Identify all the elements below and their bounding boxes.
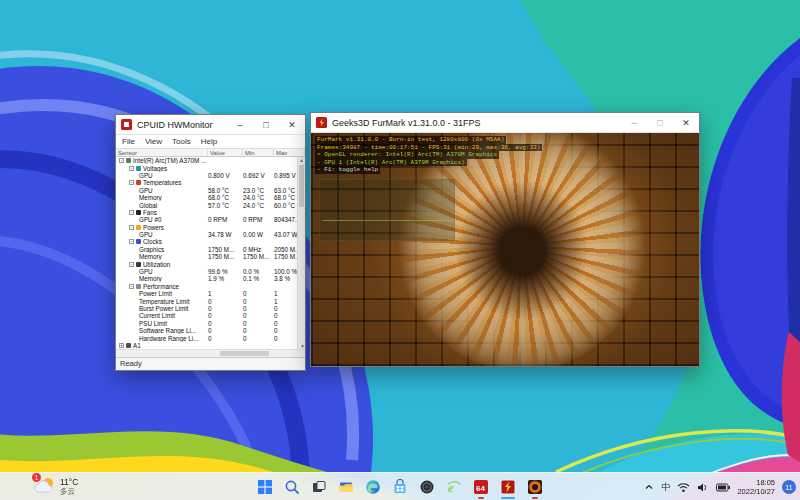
sensor-row[interactable]: Graphics1750 M...0 MHz2050 M...: [116, 246, 305, 253]
sensor-label: Software Range Li...: [139, 327, 196, 334]
sensor-row[interactable]: GPU34.78 W0.00 W43.07 W: [116, 231, 305, 238]
furmark-window-taskbar-button[interactable]: [496, 475, 520, 499]
close-icon[interactable]: ✕: [673, 113, 699, 132]
wifi-icon[interactable]: [677, 482, 690, 493]
hwmonitor-menubar: FileViewToolsHelp: [116, 135, 305, 148]
sensor-row[interactable]: -Temperatures: [116, 179, 305, 186]
cpuid-hwmonitor64-taskbar-button[interactable]: 64: [469, 475, 493, 499]
sensor-row[interactable]: Memory1750 M...1750 M...1750 M...: [116, 253, 305, 260]
furmark-window[interactable]: Geeks3D FurMark v1.31.0.0 - 31FPS – □ ✕ …: [310, 112, 700, 367]
column-value[interactable]: Value: [208, 149, 243, 156]
menu-item-help[interactable]: Help: [201, 137, 217, 146]
sensor-row[interactable]: -Clocks: [116, 238, 305, 245]
tree-expand-icon[interactable]: -: [129, 262, 134, 267]
tree-expand-icon[interactable]: -: [129, 180, 134, 185]
battery-icon[interactable]: [716, 483, 730, 492]
minimize-icon[interactable]: –: [227, 115, 253, 134]
sensor-label: Intel(R) Arc(TM) A370M ...: [133, 157, 206, 164]
sensor-row[interactable]: +A1: [116, 342, 305, 349]
column-min[interactable]: Min: [243, 149, 274, 156]
file-explorer-taskbar-button[interactable]: [334, 475, 358, 499]
store-taskbar-button[interactable]: [388, 475, 412, 499]
tree-expand-icon[interactable]: +: [119, 343, 124, 348]
sensor-label: Fans: [143, 209, 157, 216]
clock[interactable]: 18:05 2022/10/27: [737, 478, 775, 496]
sensor-value: 0: [208, 305, 243, 312]
tray-time: 18:05: [737, 478, 775, 487]
sensor-row[interactable]: GPU0.800 V0.692 V0.895 V: [116, 172, 305, 179]
sensor-row[interactable]: GPU99.6 %0.0 %100.0 %: [116, 268, 305, 275]
close-icon[interactable]: ✕: [279, 115, 305, 134]
column-max[interactable]: Max: [274, 149, 305, 156]
search-taskbar-button[interactable]: [280, 475, 304, 499]
sensor-row[interactable]: Software Range Li...000: [116, 327, 305, 334]
menu-item-tools[interactable]: Tools: [172, 137, 191, 146]
sensor-table-header[interactable]: Sensor Value Min Max: [116, 148, 305, 157]
osd-stats-overlay: FurMark v1.31.0.0 - Burn-in test, 1280x8…: [315, 136, 542, 174]
scrollbar-thumb[interactable]: [299, 165, 304, 207]
sensor-value: 0 RPM: [208, 216, 243, 223]
furmark-titlebar[interactable]: Geeks3D FurMark v1.31.0.0 - 31FPS – □ ✕: [311, 113, 699, 133]
task-view-taskbar-button[interactable]: [307, 475, 331, 499]
minimize-icon[interactable]: –: [621, 113, 647, 132]
desktop: CPUID HWMonitor – □ ✕ FileViewToolsHelp …: [0, 0, 800, 500]
tree-expand-icon[interactable]: -: [129, 284, 134, 289]
sensor-row[interactable]: Hardware Range Li...000: [116, 334, 305, 341]
sensor-row[interactable]: -Intel(R) Arc(TM) A370M ...: [116, 157, 305, 164]
hwmonitor-window[interactable]: CPUID HWMonitor – □ ✕ FileViewToolsHelp …: [115, 114, 306, 371]
sensor-row[interactable]: PSU Limit000: [116, 320, 305, 327]
sensor-min: 0: [243, 290, 274, 297]
sensor-row[interactable]: Memory68.0 °C24.0 °C68.0 °C: [116, 194, 305, 201]
maximize-icon[interactable]: □: [647, 113, 673, 132]
sensor-row[interactable]: Global57.0 °C24.0 °C60.0 °C: [116, 201, 305, 208]
sensor-row[interactable]: GPU #00 RPM0 RPM804347...: [116, 216, 305, 223]
furmark-launcher-icon: [527, 479, 543, 495]
tree-expand-icon[interactable]: -: [129, 166, 134, 171]
edge-taskbar-button[interactable]: [361, 475, 385, 499]
sensor-row[interactable]: Current Limit000: [116, 312, 305, 319]
sensor-row[interactable]: Burst Power Limit000: [116, 305, 305, 312]
tree-expand-icon[interactable]: -: [129, 225, 134, 230]
sensor-value: 57.0 °C: [208, 202, 243, 209]
sensor-label: Power Limit: [139, 290, 172, 297]
volume-icon[interactable]: [697, 482, 709, 493]
status-bar: Ready: [116, 357, 305, 370]
notification-count-badge[interactable]: 11: [782, 480, 796, 494]
sensor-row[interactable]: -Powers: [116, 224, 305, 231]
scrollbar-thumb[interactable]: [220, 351, 269, 356]
column-sensor[interactable]: Sensor: [116, 149, 208, 156]
start-taskbar-button[interactable]: [253, 475, 277, 499]
internet-explorer-taskbar-button[interactable]: e: [442, 475, 466, 499]
sensor-table-body: ▲ ▼ -Intel(R) Arc(TM) A370M ...-Voltages…: [116, 157, 305, 349]
sensor-min: 0.0 %: [243, 268, 274, 275]
hidden-icons-chevron-icon[interactable]: [644, 482, 654, 492]
tree-expand-icon[interactable]: -: [129, 210, 134, 215]
vertical-scrollbar[interactable]: ▲ ▼: [297, 157, 305, 349]
osd-line: > OpenGL renderer: Intel(R) Arc(TM) A370…: [315, 151, 499, 159]
system-tray: 中 18:05 2022/10/27 11: [644, 473, 796, 500]
sensor-row[interactable]: -Utilization: [116, 260, 305, 267]
start-icon: [257, 479, 273, 495]
gpu-temp-graph-overlay: [319, 179, 455, 241]
furmark-launcher-taskbar-button[interactable]: [523, 475, 547, 499]
sensor-row[interactable]: Temperature Limit001: [116, 297, 305, 304]
ime-indicator[interactable]: 中: [661, 481, 670, 494]
sensor-min: 0: [243, 335, 274, 342]
furmark-window-icon: [500, 479, 516, 495]
sensor-row[interactable]: -Fans: [116, 209, 305, 216]
tree-expand-icon[interactable]: -: [129, 239, 134, 244]
sensor-row[interactable]: -Performance: [116, 283, 305, 290]
menu-item-file[interactable]: File: [122, 137, 135, 146]
dark-lens-app-taskbar-button[interactable]: [415, 475, 439, 499]
sensor-row[interactable]: Memory1.9 %0.1 %3.8 %: [116, 275, 305, 282]
sensor-row[interactable]: -Voltages: [116, 164, 305, 171]
horizontal-scrollbar[interactable]: [116, 349, 305, 357]
weather-widget[interactable]: 1 11°C 多云: [34, 475, 78, 497]
menu-item-view[interactable]: View: [145, 137, 162, 146]
hwmonitor-titlebar[interactable]: CPUID HWMonitor – □ ✕: [116, 115, 305, 135]
maximize-icon[interactable]: □: [253, 115, 279, 134]
tree-expand-icon[interactable]: -: [119, 158, 124, 163]
gpu-chip-icon: [126, 158, 131, 163]
sensor-row[interactable]: GPU58.0 °C23.0 °C63.0 °C: [116, 187, 305, 194]
sensor-row[interactable]: Power Limit101: [116, 290, 305, 297]
